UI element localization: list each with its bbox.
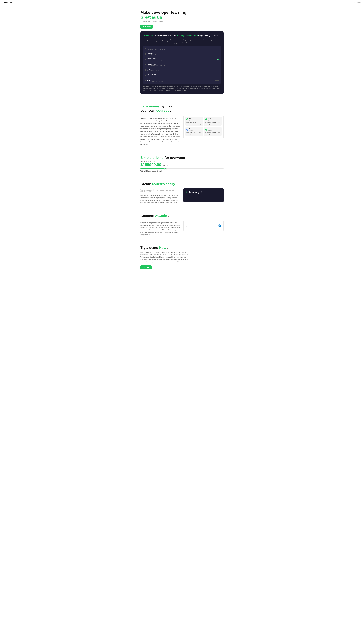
testimonial-bubble: J John @john I'm at a loss for words. Th… — [204, 117, 222, 126]
vscode-section: Connect vsCode . Our platform integrates… — [140, 207, 224, 239]
testimonial-row: J Jill @jilll I don't know what to say. … — [185, 117, 222, 126]
list-item: Send Feedback Send anonymous feedback. — [143, 73, 221, 78]
user-icon — [354, 1, 356, 3]
earning-display: $159900.00 / per month — [140, 162, 224, 167]
create-title: Create courses easily . — [140, 182, 224, 186]
menu-icon — [145, 75, 146, 76]
demo-card-outro: One of the key reasons I built TeachFlow… — [143, 85, 221, 91]
try-demo-section: Try a demo Now . Ready to experience the… — [140, 239, 224, 275]
list-item: Test Use unit tests to test your code. G… — [143, 79, 221, 83]
login-label[interactable]: Login — [357, 1, 361, 3]
hero-section: Make developer learning Great again teac… — [140, 4, 224, 97]
subscriber-text: With 10000 subscribers at 15.99 — [140, 170, 224, 172]
testimonial-bubble: J James @james I'm at a loss for words. … — [204, 127, 222, 136]
vscode-mockup — [183, 220, 224, 232]
menu-icon — [145, 59, 146, 60]
pricing-section: Simple pricing for everyone . You could … — [140, 149, 224, 175]
testimonial-bubble: J Jill @jilll I don't know what to say. … — [185, 117, 203, 126]
earn-left: Transform your passion for teaching into… — [140, 115, 181, 146]
try-demo-body: Ready to experience the future of online… — [140, 251, 188, 263]
menu-icon — [145, 69, 146, 71]
svg-point-0 — [354, 1, 355, 2]
testimonial-text: I'm at a loss for words. This is amazing… — [205, 122, 220, 125]
earn-right: J Jill @jilll I don't know what to say. … — [183, 115, 224, 139]
nav-brand: TeachFlow — [3, 1, 13, 3]
svg-marker-2 — [219, 225, 220, 226]
testimonial-text: I'm at a loss for words. This is amazing… — [205, 132, 220, 135]
earning-amount: $159900.00 — [140, 162, 161, 167]
earn-body: Transform your passion for teaching into… — [140, 117, 181, 146]
page-content: Make developer learning Great again teac… — [137, 4, 227, 275]
vscode-title: Connect vsCode . — [140, 214, 224, 218]
nav-right[interactable]: Login — [354, 1, 361, 3]
hero-subtitle: teaches what others cannot. — [140, 20, 224, 23]
earn-title: Earn money by creating your own courses … — [140, 104, 224, 113]
testimonial-user: J James @james — [205, 128, 220, 131]
vscode-input-mock — [191, 226, 217, 226]
play-icon — [219, 225, 220, 227]
list-item: Insert File Insert a file into the proje… — [143, 52, 221, 56]
pricing-sub: You could be earning — [140, 161, 224, 162]
vscode-layout: Our platform integrates seamlessly with … — [140, 220, 224, 236]
demo-card-body: Welcome to TeachFlow, the platform I bui… — [143, 38, 221, 44]
menu-icon — [145, 64, 146, 65]
try-demo-button[interactable]: Try Free — [140, 265, 152, 269]
user-avatar-icon — [186, 224, 189, 227]
nav-demo-link[interactable]: Demo — [15, 1, 19, 3]
list-item: Remove Code Remove some code from a spec… — [143, 57, 221, 62]
list-item: Github Push + Pull from Github. — [143, 68, 221, 72]
code-heading-text: Heading 2 — [188, 191, 202, 194]
try-demo-title: Try a demo Now . — [140, 246, 224, 250]
avatar: J — [205, 129, 207, 131]
nav-left: TeachFlow Demo — [3, 1, 19, 3]
menu-icon — [145, 80, 146, 81]
create-body: Markdown is a lightweight markup languag… — [140, 194, 181, 204]
avatar: J — [186, 129, 188, 131]
code-heading-prefix: H2 — [186, 191, 187, 193]
testimonial-user: J Jenny @jenny — [186, 128, 202, 131]
vscode-play-icon[interactable] — [218, 224, 221, 227]
hero-title-green: Great again — [140, 15, 162, 19]
create-section: Create courses easily . You can use mark… — [140, 175, 224, 207]
code-line: / — [186, 194, 221, 196]
menu-icon — [145, 48, 146, 49]
create-left: You can use markdown or the command to c… — [140, 188, 181, 204]
testimonial-text: I'm at a loss for words. This is amazing… — [186, 132, 202, 135]
create-layout: You can use markdown or the command to c… — [140, 188, 224, 204]
earn-section: Earn money by creating your own courses … — [140, 97, 224, 149]
demo-card: TeachFlow: The Platform I Created for Bu… — [140, 31, 224, 94]
demo-card-title: TeachFlow: The Platform I Created for Bu… — [143, 34, 221, 37]
avatar: J — [205, 118, 207, 120]
earning-period: / per month — [162, 164, 171, 166]
menu-icon — [145, 53, 146, 55]
vscode-left: Our platform integrates seamlessly with … — [140, 220, 181, 236]
create-subtitle: You can use markdown or the command to c… — [140, 189, 181, 193]
earn-layout: Transform your passion for teaching into… — [140, 115, 224, 146]
testimonial-bubble: J Jenny @jenny I'm at a loss for words. … — [185, 127, 203, 136]
list-item: Insert Code Quickly insert code into a s… — [143, 47, 221, 51]
testimonial-row: J Jenny @jenny I'm at a loss for words. … — [185, 127, 222, 136]
avatar: J — [186, 118, 188, 120]
code-preview: H2 Heading 2 / — [183, 188, 224, 202]
demo-menu: Insert Code Quickly insert code into a s… — [143, 46, 221, 84]
create-right: H2 Heading 2 / — [183, 188, 224, 202]
svg-point-1 — [187, 225, 188, 226]
pricing-slider-row — [140, 168, 224, 169]
hero-cta-button[interactable]: Start Now — [140, 25, 153, 29]
vscode-body: Our platform integrates seamlessly with … — [140, 222, 181, 236]
testimonial-text: I don't know what to say. I'm speechless… — [186, 122, 202, 125]
list-item: Insert ToolTips Helps some code from a s… — [143, 63, 221, 67]
pricing-slider-track — [140, 168, 224, 169]
hero-title: Make developer learning Great again — [140, 10, 224, 19]
pricing-title: Simple pricing for everyone . — [140, 156, 224, 160]
testimonial-user: J John @john — [205, 118, 220, 121]
slider-thumb[interactable] — [165, 168, 167, 170]
testimonials-card: J Jill @jilll I don't know what to say. … — [183, 115, 224, 139]
testimonial-user: J Jill @jilll — [186, 118, 202, 121]
vscode-right — [183, 220, 224, 232]
navbar: TeachFlow Demo Login — [0, 0, 364, 4]
slider-fill — [140, 168, 166, 169]
